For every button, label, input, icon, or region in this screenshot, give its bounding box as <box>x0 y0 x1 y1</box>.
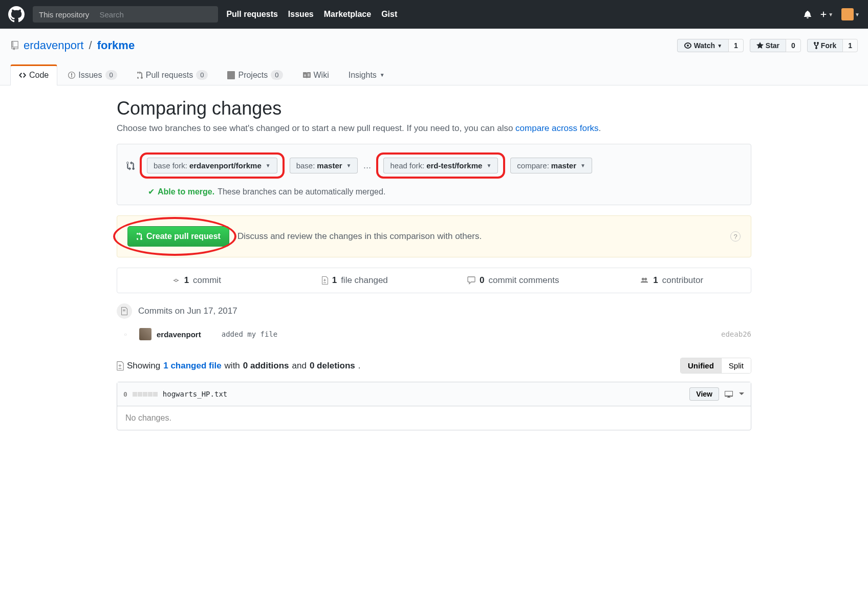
check-icon: ✔ <box>148 187 155 196</box>
stat-comments[interactable]: 0 commit comments <box>434 268 593 293</box>
page-title: Comparing changes <box>117 98 751 119</box>
tab-pull-requests[interactable]: Pull requests0 <box>128 64 217 85</box>
project-icon <box>227 71 235 79</box>
nav-gist[interactable]: Gist <box>381 10 397 19</box>
comparison-stats: 1 commit 1 file changed 0 commit comment… <box>117 268 751 293</box>
star-icon <box>756 41 764 50</box>
repo-name-link[interactable]: forkme <box>97 39 135 52</box>
commit-sha[interactable]: edeab26 <box>721 330 751 338</box>
git-pr-icon <box>136 232 142 241</box>
nav-issues[interactable]: Issues <box>288 10 314 19</box>
changed-files-link[interactable]: 1 changed file <box>163 361 221 371</box>
fork-icon <box>814 41 819 50</box>
file-diff-icon <box>117 361 124 370</box>
chevron-down-icon: ▼ <box>346 163 352 168</box>
search-container: This repository <box>33 6 218 23</box>
view-file-button[interactable]: View <box>689 387 719 401</box>
head-fork-select[interactable]: head fork: erd-test/forkme▼ <box>383 158 498 173</box>
plus-icon <box>820 11 827 18</box>
stat-contributors[interactable]: 1 contributor <box>593 268 751 293</box>
chevron-down-icon: ▼ <box>855 12 860 17</box>
chevron-down-icon: ▼ <box>580 163 585 168</box>
base-fork-select[interactable]: base fork: erdavenport/forkme▼ <box>147 158 277 173</box>
diff-stat: 0 <box>123 390 127 398</box>
help-icon[interactable]: ? <box>730 231 741 242</box>
book-icon <box>302 71 311 79</box>
tab-insights[interactable]: Insights▼ <box>340 64 394 85</box>
tab-projects[interactable]: Projects0 <box>219 64 291 85</box>
chevron-down-icon: ▼ <box>266 163 271 168</box>
comment-icon <box>467 276 475 285</box>
avatar <box>139 328 151 340</box>
device-icon[interactable] <box>724 390 733 398</box>
diff-bars-icon <box>133 392 158 397</box>
commits-date-heading: Commits on Jun 17, 2017 <box>138 306 237 316</box>
stat-files[interactable]: 1 file changed <box>276 268 435 293</box>
file-diff: 0 hogwarts_HP.txt View No changes. <box>117 382 751 430</box>
compare-branch-select[interactable]: compare: master▼ <box>510 158 592 173</box>
files-changed-header: Showing 1 changed file with 0 additions … <box>117 358 751 374</box>
base-branch-select[interactable]: base: master▼ <box>290 158 358 173</box>
ellipsis: … <box>363 161 371 170</box>
search-scope[interactable]: This repository <box>33 10 95 19</box>
repo-tabs: Code Issues0 Pull requests0 Projects0 Wi… <box>10 64 858 85</box>
github-logo-icon[interactable] <box>8 6 25 23</box>
filename[interactable]: hogwarts_HP.txt <box>163 390 227 398</box>
repo-owner-link[interactable]: erdavenport <box>24 39 83 52</box>
breadcrumb: erdavenport / forkme <box>24 39 135 52</box>
nav-marketplace[interactable]: Marketplace <box>324 10 372 19</box>
tab-issues[interactable]: Issues0 <box>59 64 125 85</box>
create-pull-request-button[interactable]: Create pull request <box>127 226 229 247</box>
page-subtitle: Choose two branches to see what's change… <box>117 123 751 134</box>
fork-count[interactable]: 1 <box>842 39 858 52</box>
separator: / <box>89 39 92 52</box>
create-pr-banner: Create pull request Discuss and review t… <box>117 215 751 257</box>
file-diff-icon <box>322 276 328 285</box>
commit-row[interactable]: erdavenport added my file edeab26 <box>117 325 751 343</box>
compare-across-forks-link[interactable]: compare across forks <box>515 123 599 133</box>
star-button[interactable]: Star <box>750 39 786 52</box>
issue-icon <box>68 71 75 79</box>
tab-wiki[interactable]: Wiki <box>294 64 338 85</box>
watch-button[interactable]: Watch▼ <box>677 39 728 52</box>
tab-code[interactable]: Code <box>10 64 57 85</box>
eye-icon <box>684 41 692 50</box>
file-body: No changes. <box>117 406 751 430</box>
commit-message[interactable]: added my file <box>222 330 278 338</box>
range-editor: base fork: erdavenport/forkme▼ base: mas… <box>117 144 751 205</box>
avatar <box>841 8 854 20</box>
user-menu[interactable]: ▼ <box>841 8 860 20</box>
git-compare-icon <box>126 161 135 170</box>
bell-icon[interactable] <box>804 10 812 18</box>
pr-banner-text: Discuss and review the changes in this c… <box>237 231 482 242</box>
commit-author[interactable]: erdavenport <box>157 330 201 339</box>
chevron-down-icon: ▼ <box>486 163 491 168</box>
code-icon <box>19 71 26 79</box>
nav-links: Pull requests Issues Marketplace Gist <box>226 10 397 19</box>
commit-group-icon <box>117 303 132 319</box>
header-right: ▼ ▼ <box>804 8 860 20</box>
merge-status: ✔ Able to merge. These branches can be a… <box>148 187 742 196</box>
people-icon <box>640 277 649 284</box>
nav-pull-requests[interactable]: Pull requests <box>226 10 277 19</box>
diff-view-toggle: Unified Split <box>680 358 751 374</box>
chevron-down-icon[interactable] <box>739 392 745 396</box>
create-menu[interactable]: ▼ <box>820 11 833 18</box>
commit-icon <box>172 277 180 283</box>
chevron-down-icon: ▼ <box>828 12 833 17</box>
git-pr-icon <box>137 71 143 79</box>
watch-count[interactable]: 1 <box>728 39 744 52</box>
split-view-button[interactable]: Split <box>721 358 751 373</box>
repohead: erdavenport / forkme Watch▼ 1 Star 0 For… <box>0 29 868 85</box>
global-header: This repository Pull requests Issues Mar… <box>0 0 868 29</box>
stat-commits[interactable]: 1 commit <box>117 268 276 293</box>
unified-view-button[interactable]: Unified <box>681 358 721 373</box>
commits-timeline: Commits on Jun 17, 2017 erdavenport adde… <box>117 303 751 343</box>
star-count[interactable]: 0 <box>786 39 801 52</box>
search-input[interactable] <box>95 10 218 19</box>
file-header: 0 hogwarts_HP.txt View <box>117 382 751 406</box>
repo-icon <box>10 41 19 50</box>
fork-button[interactable]: Fork <box>807 39 842 52</box>
